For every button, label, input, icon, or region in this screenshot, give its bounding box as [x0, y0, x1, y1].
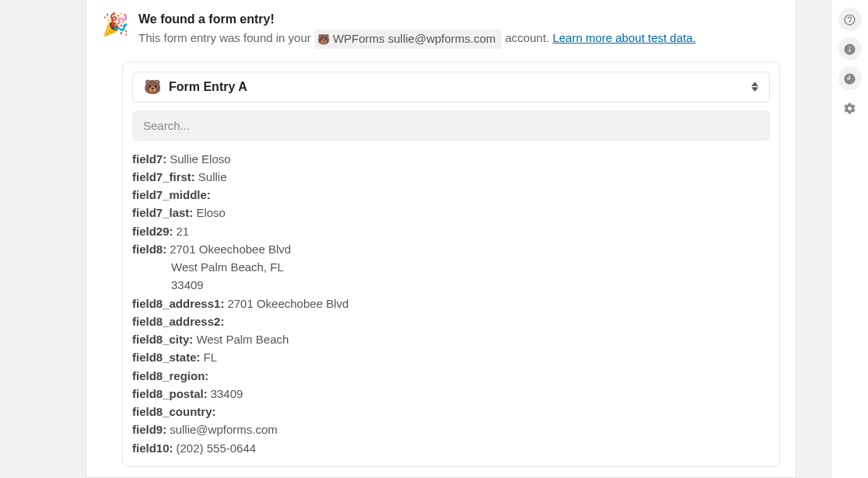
field-value: Sullie	[198, 168, 227, 186]
field-row: field8:2701 Okeechobee Blvd	[132, 240, 770, 258]
learn-more-link[interactable]: Learn more about test data.	[552, 31, 695, 44]
field-key: field8_city:	[132, 330, 193, 348]
field-row: field9:sullie@wpforms.com	[132, 420, 770, 438]
field-key: field8_country:	[132, 403, 216, 420]
field-key: field8_address1:	[132, 295, 224, 312]
field-key: field8_region:	[132, 367, 208, 385]
help-icon[interactable]	[838, 8, 862, 31]
field-row: field8_region:	[132, 367, 770, 385]
search-input[interactable]	[132, 110, 770, 141]
field-row: field7_last:Eloso	[132, 204, 770, 222]
field-value: FL	[204, 348, 218, 366]
field-row: field7_middle:	[132, 186, 770, 204]
header-row: 🎉 We found a form entry! This form entry…	[102, 12, 780, 49]
header-subtitle: This form entry was found in your 🐻 WPFo…	[138, 30, 780, 49]
field-row: field7_first:Sullie	[132, 168, 770, 186]
account-label: WPForms sullie@wpforms.com	[333, 30, 495, 48]
field-key: field8_postal:	[132, 385, 208, 403]
bear-icon: 🐻	[144, 80, 161, 94]
field-value: 21	[177, 222, 190, 240]
wpforms-icon: 🐻	[317, 34, 330, 44]
field-row: field8_address2:	[132, 312, 770, 330]
header-text: We found a form entry! This form entry w…	[138, 12, 780, 49]
field-row: field8_country:	[132, 403, 770, 420]
field-value-line: 33409	[132, 276, 770, 294]
field-row: field8_city:West Palm Beach	[132, 330, 770, 348]
field-value: 2701 Okeechobee Blvd	[170, 240, 291, 258]
field-row: field10:(202) 555-0644	[132, 439, 770, 457]
subtitle-suffix: account.	[506, 31, 553, 44]
field-value: West Palm Beach	[196, 330, 289, 348]
field-key: field7_middle:	[132, 186, 211, 204]
field-key: field7_first:	[132, 168, 195, 186]
account-tag[interactable]: 🐻 WPForms sullie@wpforms.com	[314, 30, 502, 49]
field-value-line: West Palm Beach, FL	[132, 258, 770, 276]
field-key: field7:	[132, 150, 166, 168]
field-row: field8_state:FL	[132, 348, 770, 366]
field-value: sullie@wpforms.com	[170, 420, 278, 438]
field-key: field10:	[132, 439, 173, 457]
field-key: field8_state:	[132, 348, 201, 366]
field-value: 33409	[211, 385, 243, 403]
field-key: field8_address2:	[132, 312, 224, 330]
field-row: field7:Sullie Eloso	[132, 150, 770, 168]
field-value: (202) 555-0644	[177, 439, 257, 457]
entry-selector-label: Form Entry A	[169, 80, 247, 94]
party-popper-icon: 🎉	[102, 14, 129, 36]
header-title: We found a form entry!	[138, 12, 780, 26]
gear-icon[interactable]	[838, 96, 862, 120]
right-sidebar	[831, 0, 868, 478]
field-row: field8_postal:33409	[132, 385, 770, 403]
field-key: field8:	[132, 240, 166, 258]
clock-icon[interactable]	[838, 67, 862, 90]
field-value: Eloso	[196, 204, 226, 222]
field-key: field9:	[132, 420, 166, 438]
info-icon[interactable]	[838, 37, 862, 61]
entry-selector[interactable]: 🐻 Form Entry A	[132, 72, 770, 103]
field-row: field8_address1:2701 Okeechobee Blvd	[132, 295, 770, 312]
field-value: 2701 Okeechobee Blvd	[227, 295, 348, 312]
entry-panel: 🐻 Form Entry A field7:Sullie Elosofield7…	[122, 61, 780, 467]
field-key: field29:	[132, 222, 173, 240]
field-key: field7_last:	[132, 204, 193, 222]
fields-list: field7:Sullie Elosofield7_first:Sulliefi…	[132, 150, 770, 457]
subtitle-prefix: This form entry was found in your	[138, 31, 314, 44]
field-value: Sullie Eloso	[170, 150, 230, 168]
main-container: 🎉 We found a form entry! This form entry…	[86, 0, 796, 478]
field-row: field29:21	[132, 222, 770, 240]
sort-updown-icon	[751, 82, 758, 92]
